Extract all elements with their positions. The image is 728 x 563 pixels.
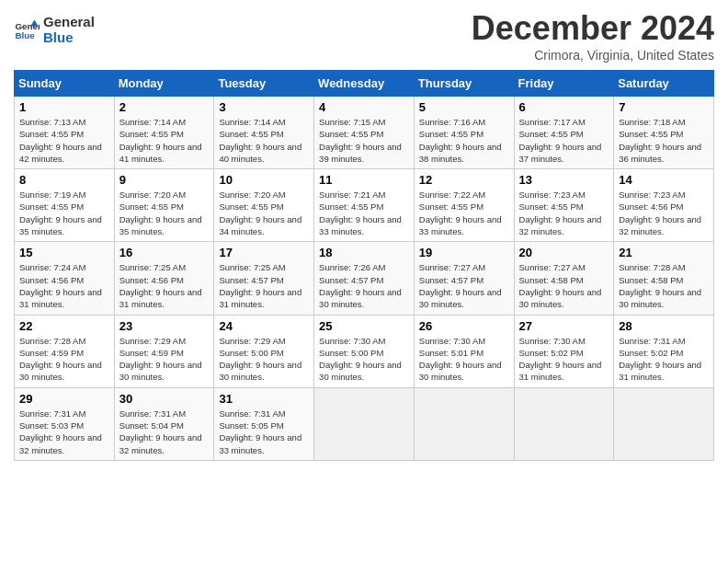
day-info: Sunrise: 7:25 AMSunset: 4:56 PMDaylight:…: [119, 261, 210, 310]
calendar-cell: 29Sunrise: 7:31 AMSunset: 5:03 PMDayligh…: [15, 387, 115, 460]
day-number: 16: [119, 246, 210, 259]
calendar-cell: 3Sunrise: 7:14 AMSunset: 4:55 PMDaylight…: [214, 97, 314, 169]
day-number: 26: [419, 319, 509, 333]
day-number: 30: [119, 392, 210, 406]
calendar-cell: 11Sunrise: 7:21 AMSunset: 4:55 PMDayligh…: [314, 169, 415, 242]
day-number: 14: [619, 173, 709, 187]
day-number: 20: [519, 246, 609, 259]
calendar-cell: 19Sunrise: 7:27 AMSunset: 4:57 PMDayligh…: [414, 242, 514, 315]
calendar-cell: 17Sunrise: 7:25 AMSunset: 4:57 PMDayligh…: [214, 242, 314, 315]
day-number: 8: [19, 173, 109, 187]
day-info: Sunrise: 7:31 AMSunset: 5:03 PMDaylight:…: [19, 408, 109, 456]
day-info: Sunrise: 7:29 AMSunset: 4:59 PMDaylight:…: [119, 335, 210, 384]
calendar-cell: 21Sunrise: 7:28 AMSunset: 4:58 PMDayligh…: [614, 242, 714, 315]
calendar-cell: 23Sunrise: 7:29 AMSunset: 4:59 PMDayligh…: [114, 315, 214, 387]
calendar-cell: 30Sunrise: 7:31 AMSunset: 5:04 PMDayligh…: [114, 387, 214, 460]
calendar-cell: 10Sunrise: 7:20 AMSunset: 4:55 PMDayligh…: [214, 169, 314, 242]
day-info: Sunrise: 7:24 AMSunset: 4:56 PMDaylight:…: [19, 261, 109, 310]
weekday-header-tuesday: Tuesday: [214, 71, 314, 97]
weekday-header-saturday: Saturday: [614, 71, 714, 97]
calendar-cell: [314, 387, 415, 460]
day-number: 22: [19, 319, 109, 333]
calendar-cell: 25Sunrise: 7:30 AMSunset: 5:00 PMDayligh…: [314, 315, 415, 387]
day-number: 31: [219, 392, 309, 406]
calendar-cell: 6Sunrise: 7:17 AMSunset: 4:55 PMDaylight…: [514, 97, 614, 169]
weekday-header-row: SundayMondayTuesdayWednesdayThursdayFrid…: [15, 71, 714, 97]
day-info: Sunrise: 7:20 AMSunset: 4:55 PMDaylight:…: [219, 189, 309, 237]
day-number: 15: [19, 246, 109, 259]
day-info: Sunrise: 7:28 AMSunset: 4:58 PMDaylight:…: [619, 261, 709, 310]
title-area: December 2024 Crimora, Virginia, United …: [472, 9, 714, 63]
calendar-cell: [514, 387, 614, 460]
calendar-cell: 16Sunrise: 7:25 AMSunset: 4:56 PMDayligh…: [114, 242, 214, 315]
calendar-cell: 14Sunrise: 7:23 AMSunset: 4:56 PMDayligh…: [614, 169, 714, 242]
day-info: Sunrise: 7:17 AMSunset: 4:55 PMDaylight:…: [519, 116, 609, 165]
calendar-cell: 18Sunrise: 7:26 AMSunset: 4:57 PMDayligh…: [314, 242, 415, 315]
page-header: General Blue General Blue December 2024 …: [14, 9, 714, 63]
day-info: Sunrise: 7:16 AMSunset: 4:55 PMDaylight:…: [419, 116, 509, 165]
logo: General Blue General Blue: [14, 9, 95, 45]
logo-icon: General Blue: [14, 17, 40, 42]
day-info: Sunrise: 7:31 AMSunset: 5:02 PMDaylight:…: [619, 335, 709, 384]
day-info: Sunrise: 7:31 AMSunset: 5:04 PMDaylight:…: [119, 408, 210, 456]
day-number: 3: [219, 100, 309, 114]
day-number: 28: [619, 319, 709, 333]
day-number: 24: [219, 319, 309, 333]
calendar-cell: 24Sunrise: 7:29 AMSunset: 5:00 PMDayligh…: [214, 315, 314, 387]
month-year-title: December 2024: [472, 9, 714, 48]
day-info: Sunrise: 7:30 AMSunset: 5:00 PMDaylight:…: [319, 335, 409, 384]
calendar-week-5: 29Sunrise: 7:31 AMSunset: 5:03 PMDayligh…: [15, 387, 714, 460]
day-info: Sunrise: 7:26 AMSunset: 4:57 PMDaylight:…: [319, 261, 409, 310]
day-info: Sunrise: 7:15 AMSunset: 4:55 PMDaylight:…: [319, 116, 409, 165]
day-info: Sunrise: 7:30 AMSunset: 5:02 PMDaylight:…: [519, 335, 609, 384]
day-number: 9: [119, 173, 210, 187]
day-number: 29: [19, 392, 109, 406]
calendar-cell: 22Sunrise: 7:28 AMSunset: 4:59 PMDayligh…: [15, 315, 115, 387]
day-number: 25: [319, 319, 409, 333]
calendar-table: SundayMondayTuesdayWednesdayThursdayFrid…: [14, 70, 714, 461]
day-info: Sunrise: 7:23 AMSunset: 4:56 PMDaylight:…: [619, 189, 709, 237]
calendar-cell: 13Sunrise: 7:23 AMSunset: 4:55 PMDayligh…: [514, 169, 614, 242]
day-info: Sunrise: 7:20 AMSunset: 4:55 PMDaylight:…: [119, 189, 210, 237]
day-number: 7: [619, 100, 709, 114]
calendar-cell: 27Sunrise: 7:30 AMSunset: 5:02 PMDayligh…: [514, 315, 614, 387]
calendar-cell: [614, 387, 714, 460]
calendar-cell: 1Sunrise: 7:13 AMSunset: 4:55 PMDaylight…: [15, 97, 115, 169]
day-info: Sunrise: 7:18 AMSunset: 4:55 PMDaylight:…: [619, 116, 709, 165]
calendar-week-2: 8Sunrise: 7:19 AMSunset: 4:55 PMDaylight…: [15, 169, 714, 242]
calendar-cell: 26Sunrise: 7:30 AMSunset: 5:01 PMDayligh…: [414, 315, 514, 387]
day-info: Sunrise: 7:13 AMSunset: 4:55 PMDaylight:…: [19, 116, 109, 165]
day-info: Sunrise: 7:21 AMSunset: 4:55 PMDaylight:…: [319, 189, 409, 237]
weekday-header-friday: Friday: [514, 71, 614, 97]
calendar-cell: 5Sunrise: 7:16 AMSunset: 4:55 PMDaylight…: [414, 97, 514, 169]
calendar-cell: 20Sunrise: 7:27 AMSunset: 4:58 PMDayligh…: [514, 242, 614, 315]
svg-text:Blue: Blue: [15, 30, 35, 40]
day-number: 5: [419, 100, 509, 114]
day-number: 4: [319, 100, 409, 114]
day-info: Sunrise: 7:22 AMSunset: 4:55 PMDaylight:…: [419, 189, 509, 237]
logo-blue-text: Blue: [43, 29, 95, 45]
weekday-header-thursday: Thursday: [414, 71, 514, 97]
calendar-cell: 8Sunrise: 7:19 AMSunset: 4:55 PMDaylight…: [15, 169, 115, 242]
day-number: 17: [219, 246, 309, 259]
calendar-body: 1Sunrise: 7:13 AMSunset: 4:55 PMDaylight…: [15, 97, 714, 461]
day-info: Sunrise: 7:19 AMSunset: 4:55 PMDaylight:…: [19, 189, 109, 237]
calendar-cell: 2Sunrise: 7:14 AMSunset: 4:55 PMDaylight…: [114, 97, 214, 169]
day-info: Sunrise: 7:14 AMSunset: 4:55 PMDaylight:…: [119, 116, 210, 165]
day-info: Sunrise: 7:31 AMSunset: 5:05 PMDaylight:…: [219, 408, 309, 456]
day-number: 11: [319, 173, 409, 187]
day-number: 13: [519, 173, 609, 187]
location-subtitle: Crimora, Virginia, United States: [472, 48, 714, 63]
calendar-cell: 4Sunrise: 7:15 AMSunset: 4:55 PMDaylight…: [314, 97, 415, 169]
day-info: Sunrise: 7:27 AMSunset: 4:58 PMDaylight:…: [519, 261, 609, 310]
weekday-header-sunday: Sunday: [15, 71, 115, 97]
day-number: 6: [519, 100, 609, 114]
calendar-week-1: 1Sunrise: 7:13 AMSunset: 4:55 PMDaylight…: [15, 97, 714, 169]
day-info: Sunrise: 7:29 AMSunset: 5:00 PMDaylight:…: [219, 335, 309, 384]
calendar-week-4: 22Sunrise: 7:28 AMSunset: 4:59 PMDayligh…: [15, 315, 714, 387]
logo-general-text: General: [43, 14, 95, 29]
day-number: 19: [419, 246, 509, 259]
day-info: Sunrise: 7:23 AMSunset: 4:55 PMDaylight:…: [519, 189, 609, 237]
calendar-cell: 12Sunrise: 7:22 AMSunset: 4:55 PMDayligh…: [414, 169, 514, 242]
day-info: Sunrise: 7:28 AMSunset: 4:59 PMDaylight:…: [19, 335, 109, 384]
